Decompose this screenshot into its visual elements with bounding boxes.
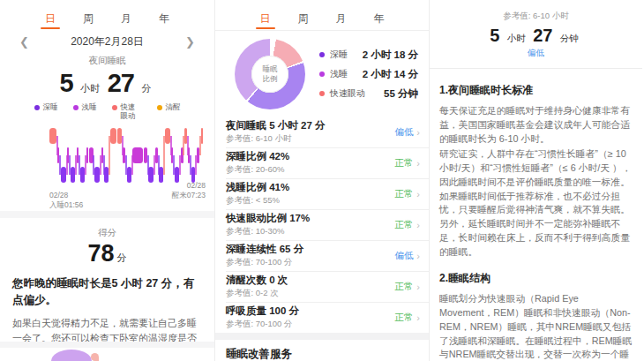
section-heading: 2.睡眠结构: [439, 271, 633, 286]
chevron-right-icon: ›: [416, 158, 420, 169]
metric-title: 快速眼动比例 17%: [226, 212, 310, 226]
legend-dot-icon: [319, 71, 325, 77]
period-tabs: 日 周 月 年: [215, 0, 429, 29]
active-tab-underline: [41, 27, 60, 30]
legend-label: 深睡: [330, 49, 348, 61]
metric-row[interactable]: 呼吸质量 100 分参考值: 70-100 分正常›: [215, 302, 429, 333]
chevron-right-icon: ›: [416, 127, 420, 138]
score-summary: 您昨晚的睡眠时长是5 小时 27 分，有点偏少。: [12, 275, 202, 310]
period-tabs: 日 周 月 年: [0, 0, 214, 29]
article-header: 参考值: 6-10 小时 5 小时 27 分钟 偏低: [430, 0, 642, 59]
reference-range: 参考值: 6-10 小时: [430, 11, 642, 22]
sleep-mascot-illustration-part: [91, 353, 99, 361]
score-card: 得分 78分 您昨晚的睡眠时长是5 小时 27 分，有点偏少。 如果白天觉得精力…: [0, 218, 214, 361]
metric-row[interactable]: 深睡比例 42%参考值: 20-60%正常›: [215, 147, 429, 178]
legend-label: 快速眼动: [121, 103, 142, 121]
metric-status: 偏低: [394, 126, 413, 139]
duration-hours-unit: 小时: [80, 83, 100, 94]
score-value: 78分: [12, 240, 202, 267]
metric-reference: 参考值: 20-60%: [226, 164, 289, 176]
section-divider: [0, 211, 214, 218]
legend-dot-icon: [73, 105, 79, 110]
tab-month[interactable]: 月: [119, 11, 133, 29]
metric-row[interactable]: 浅睡比例 41%参考值: < 55%正常›: [215, 178, 429, 209]
chevron-right-icon: ›: [416, 189, 420, 199]
legend-item: 浅睡: [73, 103, 97, 112]
legend-dot-icon: [157, 105, 162, 110]
section-heading: 1.夜间睡眠时长标准: [439, 83, 633, 98]
legend-dot-icon: [319, 52, 325, 57]
metric-status: 正常: [394, 157, 413, 169]
sleep-mascot-illustration: [51, 350, 92, 361]
duration-hours: 5: [60, 69, 73, 97]
stage-legend: 深睡浅睡快速眼动清醒: [0, 103, 214, 121]
metric-status: 正常: [394, 281, 413, 293]
chevron-right-icon[interactable]: ❯: [185, 36, 195, 48]
legend-value: 2 小时 18 分: [363, 49, 418, 62]
sleep-type-label: 夜间睡眠: [0, 55, 214, 67]
paragraph: 研究证实，人群中存在“习惯性长睡者”（≥ 10 小时/天）和“习惯性短睡者”（≤…: [439, 147, 633, 259]
metric-row[interactable]: 清醒次数 0 次参考值: 0-2 次正常›: [215, 271, 429, 302]
metric-rows: 夜间睡眠 5 小时 27 分参考值: 6-10 小时偏低›深睡比例 42%参考值…: [215, 117, 429, 333]
current-date: 2020年2月28日: [71, 34, 144, 49]
legend-label: 快速眼动: [330, 87, 365, 100]
tab-month[interactable]: 月: [334, 11, 348, 29]
tab-day[interactable]: 日: [258, 11, 273, 29]
chevron-left-icon[interactable]: ❮: [19, 36, 29, 48]
sleep-stages-chart: [49, 128, 204, 184]
metric-row[interactable]: 快速眼动比例 17%参考值: 10-30%正常›: [215, 209, 429, 240]
chevron-right-icon: ›: [416, 312, 420, 323]
chevron-right-icon: ›: [416, 220, 420, 230]
legend-label: 浅睡: [82, 103, 97, 112]
metric-status: 正常: [394, 219, 413, 231]
metric-row[interactable]: 夜间睡眠 5 小时 27 分参考值: 6-10 小时偏低›: [215, 117, 429, 147]
duration-minutes-unit: 分: [141, 83, 151, 94]
legend-label: 清醒: [166, 103, 181, 112]
sleep-stage-bar-light: [86, 147, 88, 163]
panel-article: 参考值: 6-10 小时 5 小时 27 分钟 偏低 1.夜间睡眠时长标准 每天…: [429, 0, 642, 361]
sleep-start-label: 02/28 入睡01:56: [49, 191, 83, 210]
panel-metrics: 日 周 月 年 睡眠比例 深睡2 小时 18 分浅睡2 小时 14 分快速眼动5…: [214, 0, 429, 361]
duration-value: 5 小时 27 分钟: [430, 26, 642, 46]
date-navigator: ❮ 2020年2月28日 ❯: [0, 29, 214, 49]
status-badge: 偏低: [430, 48, 642, 59]
legend-value: 2 小时 14 分: [363, 68, 418, 81]
donut-center-label: 睡眠比例: [251, 56, 288, 93]
section-divider: [215, 333, 429, 340]
paragraph: 每天保证充足的睡眠对于维持身心健康非常有益，美国国家睡眠基金会建议成年人可能合适…: [439, 104, 633, 146]
sleep-ratio-donut-chart: 睡眠比例: [235, 39, 305, 109]
chevron-right-icon: ›: [416, 282, 420, 292]
duration-minutes: 27: [108, 69, 134, 97]
tab-year[interactable]: 年: [157, 11, 171, 29]
active-tab-underline: [256, 27, 275, 30]
legend-value: 55 分钟: [384, 87, 418, 101]
donut-legend-item: 快速眼动55 分钟: [319, 87, 418, 101]
panel-day-detail: 日 周 月 年 ❮ 2020年2月28日 ❯ 夜间睡眠 5 小时 27 分 深睡…: [0, 0, 214, 361]
metric-reference: 参考值: 0-2 次: [226, 288, 288, 299]
donut-legend: 深睡2 小时 18 分浅睡2 小时 14 分快速眼动55 分钟: [319, 42, 418, 107]
wake-time-label: 02/28 醒来07:23: [172, 181, 206, 200]
sleep-stage-bar-rem: [49, 128, 56, 144]
paragraph: 睡眠划分为快速眼动（Rapid Eye Movement，REM）睡眠和非快速眼…: [439, 292, 633, 361]
legend-item: 清醒: [157, 103, 181, 112]
legend-dot-icon: [112, 105, 117, 110]
legend-label: 深睡: [43, 103, 58, 112]
tab-week[interactable]: 周: [296, 11, 311, 29]
tab-year[interactable]: 年: [372, 11, 386, 29]
metric-reference: 参考值: < 55%: [226, 195, 289, 207]
metric-title: 深睡比例 42%: [226, 150, 289, 164]
metric-row[interactable]: 深睡连续性 65 分参考值: 70-100 分偏低›: [215, 240, 429, 271]
metric-title: 夜间睡眠 5 小时 27 分: [226, 119, 325, 133]
metric-status: 正常: [394, 188, 413, 200]
tab-week[interactable]: 周: [81, 11, 95, 29]
sleep-duration: 5 小时 27 分: [0, 69, 214, 98]
tab-day[interactable]: 日: [43, 11, 57, 29]
sleep-app: 日 周 月 年 ❮ 2020年2月28日 ❯ 夜间睡眠 5 小时 27 分 深睡…: [0, 0, 644, 361]
sleep-times: 02/28 入睡01:56 02/28 醒来07:23: [49, 184, 206, 211]
metric-title: 呼吸质量 100 分: [226, 305, 299, 319]
metric-status: 正常: [394, 312, 413, 324]
metric-reference: 参考值: 10-30%: [226, 226, 310, 237]
metric-title: 清醒次数 0 次: [226, 274, 288, 288]
score-title: 得分: [12, 227, 202, 239]
sleep-ratio-section: 睡眠比例 深睡2 小时 18 分浅睡2 小时 14 分快速眼动55 分钟: [215, 31, 429, 117]
